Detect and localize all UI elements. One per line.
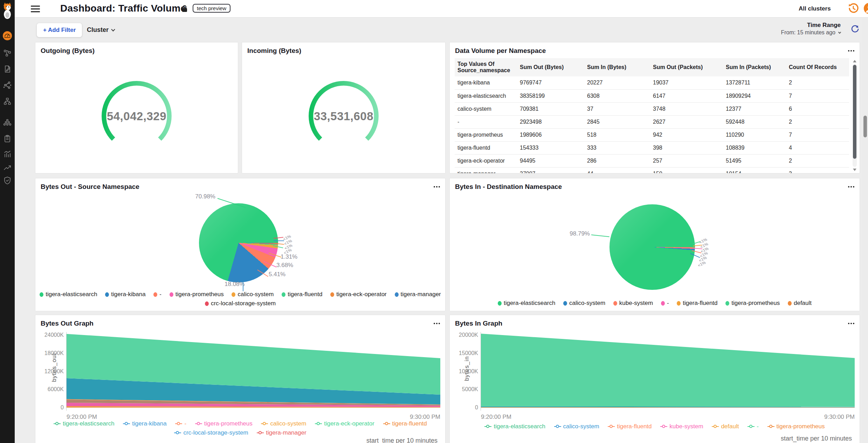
pie-label: <1% [697,260,707,268]
legend-item[interactable]: tigera-elasticsearch [54,420,114,427]
cell: 94495 [517,154,584,167]
trends-icon[interactable] [3,163,12,172]
panel-title: Data Volume per Namespace [455,47,546,55]
legend-item[interactable]: tigera-eck-operator [330,291,387,298]
legend-dot [105,292,109,297]
legend-item[interactable]: default [788,300,812,307]
legend-item[interactable]: tigera-elasticsearch [40,291,97,298]
column-header[interactable]: Count Of Records [786,58,849,76]
legend-item[interactable]: calico-system [261,420,306,427]
panel-menu-icon[interactable] [850,323,852,324]
legend-item[interactable]: tigera-prometheus [767,423,825,430]
managed-clusters-icon[interactable] [3,118,12,127]
legend-item[interactable]: tigera-kibana [123,420,166,427]
leader-line [243,282,243,291]
scroll-down-icon[interactable] [853,169,856,171]
legend-item[interactable]: - [175,420,186,427]
column-header[interactable]: Sum In (Bytes) [584,58,650,76]
legend-item[interactable]: tigera-fluentd [608,423,652,430]
bytes-in-area-chart[interactable]: bytes_in 20000K 15000K 10000K 5000K 0 9:… [481,332,855,411]
cluster-filter-dropdown[interactable]: Cluster [87,26,115,34]
legend-item[interactable]: tigera-fluentd [677,300,717,307]
legend-item[interactable]: crc-local-storage-system [205,300,276,307]
legend-item[interactable]: kube-system [660,423,703,430]
cell: 6 [786,102,849,115]
y-tick: 20000K [454,332,478,338]
series-marker-icon [484,424,491,429]
column-header[interactable]: Sum In (Packets) [723,58,786,76]
dashboards-icon[interactable] [3,31,12,40]
scroll-up-icon[interactable] [853,60,856,62]
panel-title: Bytes Out - Source Namespace [41,183,139,191]
legend-item[interactable]: tigera-manager [395,291,441,298]
legend-dot [613,301,617,306]
menu-icon[interactable] [31,6,40,12]
calico-cat-logo[interactable] [1,2,14,19]
legend-item[interactable]: crc-local-storage-system [174,429,248,436]
table-row: tigera-elasticsearch38358199630861471890… [455,89,849,102]
statistics-icon[interactable] [3,149,12,158]
cell: 709381 [517,102,584,115]
legend-item[interactable]: - [153,291,161,298]
cell: 257 [650,154,723,167]
time-range-value[interactable]: From: 15 minutes ago [753,29,841,36]
legend-item[interactable]: tigera-kibana [105,291,145,298]
legend-item[interactable]: tigera-prometheus [170,291,224,298]
y-tick: 12000K [39,368,64,375]
column-header[interactable]: Top Values Of Source_namespace [455,58,517,76]
legend-item[interactable]: calico-system [554,423,599,430]
table-row: -2923498284526275924482 [455,115,849,128]
cell: - [455,115,517,128]
leader-line [274,240,284,241]
legend-item[interactable]: - [661,300,669,307]
legend-item[interactable]: tigera-elasticsearch [498,300,555,307]
refresh-icon[interactable] [850,25,860,34]
legend-dot [677,301,681,306]
legend-item[interactable]: tigera-fluentd [282,291,322,298]
column-header[interactable]: Sum Out (Bytes) [517,58,584,76]
legend-item[interactable]: tigera-elasticsearch [484,423,545,430]
legend-item[interactable]: tigera-manager [257,429,306,436]
cell: tigera-elasticsearch [455,89,517,102]
cell: 1989606 [517,128,584,141]
legend-item[interactable]: default [712,423,739,430]
threat-defense-icon[interactable] [3,176,12,185]
panel-menu-icon[interactable] [436,186,438,188]
bytes-out-pie-chart[interactable] [199,203,278,282]
legend-item[interactable]: calico-system [232,291,274,298]
series-marker-icon [195,422,202,426]
policies-icon[interactable] [3,64,12,74]
panel-menu-icon[interactable] [850,50,852,52]
legend-dot [232,292,235,297]
add-filter-button[interactable]: + Add Filter [37,23,82,37]
page-scrollbar[interactable] [862,18,868,443]
bytes-out-area-chart[interactable]: bytes_out 24000K 18000K 12000K 6000K 0 9… [66,332,440,411]
user-avatar-icon[interactable] [864,3,868,14]
cell: tigera-fluentd [455,141,517,154]
legend-item[interactable]: - [748,423,759,430]
legend-item[interactable]: tigera-fluentd [383,420,427,427]
cluster-scope-label[interactable]: All clusters [799,5,831,12]
table-row: tigera-manager3700744150101543 [455,167,849,173]
series-marker-icon [660,424,667,429]
panel-menu-icon[interactable] [436,323,438,324]
legend-dot [153,292,157,297]
legend-item[interactable]: calico-system [563,300,605,307]
legend-item[interactable]: tigera-eck-operator [315,420,374,427]
column-header[interactable]: Sum Out (Packets) [650,58,723,76]
compliance-icon[interactable] [3,134,12,143]
legend-item[interactable]: tigera-prometheus [725,300,780,307]
x-axis-caption: start_time per 10 minutes [366,437,438,443]
panel-menu-icon[interactable] [850,186,852,188]
history-icon[interactable] [848,3,859,14]
table-row: tigera-eck-operator94495286257514952 [455,154,849,167]
legend-item[interactable]: kube-system [613,300,653,307]
service-graph-icon[interactable] [3,48,12,57]
network-icon[interactable] [3,97,12,106]
legend-item[interactable]: tigera-prometheus [195,420,253,427]
endpoints-icon[interactable] [3,81,12,90]
cell: 2845 [584,115,650,128]
bytes-in-pie-chart[interactable] [609,204,695,290]
table-scrollbar[interactable] [853,64,857,167]
x-tick: 9:20:00 PM [67,414,97,421]
